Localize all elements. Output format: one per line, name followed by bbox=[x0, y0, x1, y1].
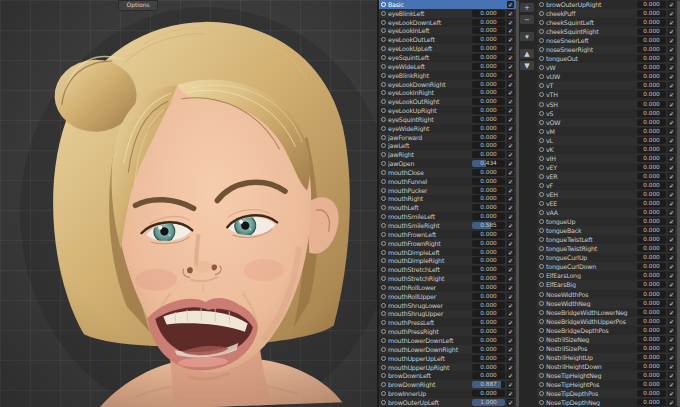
shapekey-value-slider[interactable]: 0.000 bbox=[637, 64, 666, 71]
shapekey-value-slider[interactable]: 0.000 bbox=[472, 63, 505, 70]
shapekey-value-slider[interactable]: 0.000 bbox=[637, 381, 666, 388]
shapekey-checkbox[interactable]: ✓ bbox=[507, 310, 514, 317]
shapekey-checkbox[interactable]: ✓ bbox=[668, 336, 675, 343]
shapekey-row[interactable]: mouthLowerDownRight0.000✓ bbox=[379, 345, 516, 354]
shapekey-row[interactable]: NoseTipHeightNeg0.000✓ bbox=[537, 371, 677, 380]
shapekey-row[interactable]: browOuterUpRight0.000✓ bbox=[537, 0, 677, 9]
shapekey-row[interactable]: jawRight0.000✓ bbox=[379, 150, 516, 159]
shapekey-checkbox[interactable]: ✓ bbox=[668, 309, 675, 316]
shapekey-row[interactable]: noseSneerLeft0.000✓ bbox=[537, 36, 677, 45]
shapekey-row[interactable]: NoseTipHeightPos0.000✓ bbox=[537, 380, 677, 389]
shapekey-checkbox[interactable]: ✓ bbox=[507, 160, 514, 167]
shapekey-checkbox[interactable]: ✓ bbox=[668, 101, 675, 108]
shapekey-row[interactable]: vL0.000✓ bbox=[537, 136, 677, 145]
shapekey-row[interactable]: mouthRollLower0.000✓ bbox=[379, 283, 516, 292]
shapekey-row[interactable]: eyeBlinkRight0.000✓ bbox=[379, 71, 516, 80]
shapekey-row[interactable]: browInnerUp0.000✓ bbox=[379, 389, 516, 398]
shapekey-value-slider[interactable]: 0.000 bbox=[637, 209, 666, 216]
shapekey-checkbox[interactable]: ✓ bbox=[668, 363, 675, 370]
shapekey-row[interactable]: mouthRight0.000✓ bbox=[379, 195, 516, 204]
shapekey-value-slider[interactable]: 0.000 bbox=[472, 45, 505, 52]
shapekey-value-slider[interactable]: 0.000 bbox=[472, 81, 505, 88]
shapekey-checkbox[interactable]: ✓ bbox=[668, 191, 675, 198]
shapekey-checkbox[interactable]: ✓ bbox=[668, 209, 675, 216]
shapekey-specials-menu-button[interactable]: ▾ bbox=[519, 31, 535, 42]
shapekey-value-slider[interactable]: 0.000 bbox=[637, 28, 666, 35]
shapekey-checkbox[interactable]: ✓ bbox=[668, 46, 675, 53]
shapekey-row[interactable]: Basic✓ bbox=[379, 0, 516, 9]
shapekey-row[interactable]: vS0.000✓ bbox=[537, 109, 677, 118]
shapekey-value-slider[interactable]: 0.000 bbox=[472, 284, 505, 291]
shapekey-checkbox[interactable]: ✓ bbox=[507, 107, 514, 114]
shapekey-value-slider[interactable]: 0.000 bbox=[637, 300, 666, 307]
shapekey-checkbox[interactable]: ✓ bbox=[668, 345, 675, 352]
shapekey-row[interactable]: eyeSquintRight0.000✓ bbox=[379, 115, 516, 124]
shapekey-row[interactable]: mouthPressLeft0.000✓ bbox=[379, 318, 516, 327]
shapekey-checkbox[interactable]: ✓ bbox=[507, 98, 514, 105]
shapekey-row[interactable]: mouthRollUpper0.000✓ bbox=[379, 292, 516, 301]
shapekey-checkbox[interactable]: ✓ bbox=[668, 64, 675, 71]
shapekey-value-slider[interactable]: 0.000 bbox=[472, 240, 505, 247]
shapekey-checkbox[interactable]: ✓ bbox=[668, 182, 675, 189]
shapekey-checkbox[interactable]: ✓ bbox=[668, 82, 675, 89]
shapekey-row[interactable]: mouthStretchLeft0.000✓ bbox=[379, 265, 516, 274]
shapekey-value-slider[interactable]: 0.000 bbox=[472, 249, 505, 256]
shapekey-row[interactable]: mouthShrugLower0.000✓ bbox=[379, 301, 516, 310]
shapekey-row[interactable]: vOW0.000✓ bbox=[537, 118, 677, 127]
shapekey-row[interactable]: jawOpen0.434✓ bbox=[379, 159, 516, 168]
shapekey-checkbox[interactable]: ✓ bbox=[507, 231, 514, 238]
shapekey-checkbox[interactable]: ✓ bbox=[668, 110, 675, 117]
shapekey-value-slider[interactable]: 0.000 bbox=[637, 263, 666, 270]
shapekey-row[interactable]: mouthLeft0.000✓ bbox=[379, 203, 516, 212]
shapekey-row[interactable]: vF0.000✓ bbox=[537, 181, 677, 190]
shapekey-checkbox[interactable]: ✓ bbox=[507, 337, 514, 344]
shapekey-value-slider[interactable]: 0.000 bbox=[637, 345, 666, 352]
shapekey-checkbox[interactable]: ✓ bbox=[507, 187, 514, 194]
shapekey-row[interactable]: vEE0.000✓ bbox=[537, 199, 677, 208]
shapekey-value-slider[interactable]: 0.887 bbox=[472, 381, 505, 388]
shapekey-value-slider[interactable]: 0.000 bbox=[472, 372, 505, 379]
shapekey-row[interactable]: jawLeft0.000✓ bbox=[379, 142, 516, 151]
shapekey-value-slider[interactable]: 0.000 bbox=[637, 1, 666, 8]
shapekey-row[interactable]: eyeWideRight0.000✓ bbox=[379, 124, 516, 133]
shapekey-row[interactable]: vT0.000✓ bbox=[537, 81, 677, 90]
shapekey-checkbox[interactable]: ✓ bbox=[507, 72, 514, 79]
shapekey-checkbox[interactable]: ✓ bbox=[668, 1, 675, 8]
shapekey-row[interactable]: vUW0.000✓ bbox=[537, 72, 677, 81]
shapekey-value-slider[interactable]: 0.000 bbox=[637, 128, 666, 135]
shapekey-value-slider[interactable]: 0.000 bbox=[637, 327, 666, 334]
shapekey-checkbox[interactable]: ✓ bbox=[507, 293, 514, 300]
shapekey-checkbox[interactable]: ✓ bbox=[668, 300, 675, 307]
shapekey-value-slider[interactable]: 0.000 bbox=[637, 46, 666, 53]
shapekey-checkbox[interactable]: ✓ bbox=[507, 390, 514, 397]
shapekey-row[interactable]: noseSneerRight0.000✓ bbox=[537, 45, 677, 54]
shapekey-row[interactable]: eyeLookUpRight0.000✓ bbox=[379, 106, 516, 115]
shapekey-checkbox[interactable]: ✓ bbox=[507, 249, 514, 256]
shapekey-checkbox[interactable]: ✓ bbox=[668, 281, 675, 288]
shapekey-value-slider[interactable]: 0.000 bbox=[472, 319, 505, 326]
shapekey-checkbox[interactable]: ✓ bbox=[507, 10, 514, 17]
shapekey-value-slider[interactable]: 0.000 bbox=[637, 110, 666, 117]
shapekey-value-slider[interactable]: 0.000 bbox=[637, 37, 666, 44]
shapekey-row[interactable]: mouthSmileLeft0.000✓ bbox=[379, 212, 516, 221]
shapekey-row[interactable]: vEH0.000✓ bbox=[537, 190, 677, 199]
shapekey-row[interactable]: eyeLookInRight0.000✓ bbox=[379, 88, 516, 97]
shapekey-row[interactable]: mouthSmileRight0.585✓ bbox=[379, 221, 516, 230]
shapekey-row[interactable]: NoseBridgeDepthPos0.000✓ bbox=[537, 326, 677, 335]
shapekey-row[interactable]: mouthUpperUpLeft0.000✓ bbox=[379, 354, 516, 363]
shapekey-row[interactable]: mouthPucker0.000✓ bbox=[379, 186, 516, 195]
shapekey-checkbox[interactable]: ✓ bbox=[668, 318, 675, 325]
shapekey-value-slider[interactable]: 0.000 bbox=[472, 346, 505, 353]
shapekey-checkbox[interactable]: ✓ bbox=[668, 164, 675, 171]
shapekey-checkbox[interactable]: ✓ bbox=[668, 245, 675, 252]
shapekey-checkbox[interactable]: ✓ bbox=[507, 116, 514, 123]
shapekey-value-slider[interactable]: 0.000 bbox=[637, 182, 666, 189]
shapekey-value-slider[interactable]: 0.000 bbox=[472, 337, 505, 344]
shapekey-row[interactable]: vER0.000✓ bbox=[537, 172, 677, 181]
shapekey-checkbox[interactable]: ✓ bbox=[668, 236, 675, 243]
shapekey-row[interactable]: vAA0.000✓ bbox=[537, 208, 677, 217]
shapekey-value-slider[interactable]: 0.000 bbox=[472, 364, 505, 371]
shapekey-checkbox[interactable]: ✓ bbox=[507, 63, 514, 70]
shapekey-checkbox[interactable]: ✓ bbox=[507, 319, 514, 326]
shapekey-checkbox[interactable]: ✓ bbox=[668, 200, 675, 207]
